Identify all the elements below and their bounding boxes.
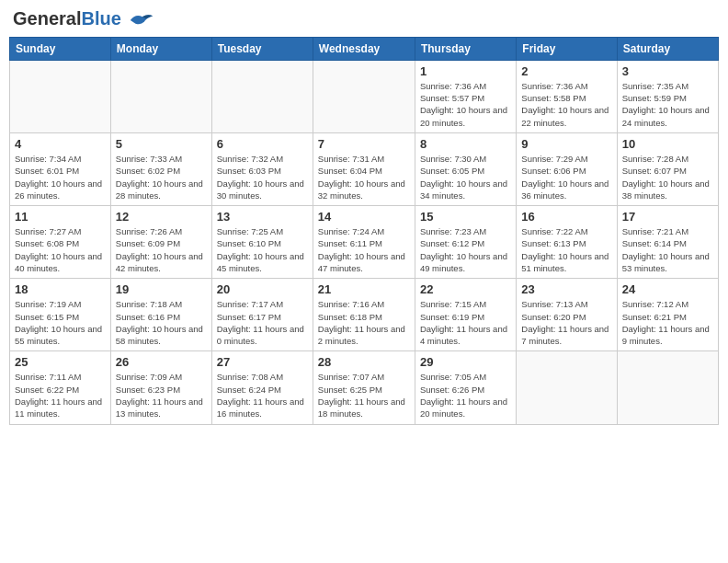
calendar-cell bbox=[110, 60, 211, 132]
day-info: Sunrise: 7:22 AMSunset: 6:13 PMDaylight:… bbox=[521, 225, 611, 274]
day-number: 2 bbox=[521, 64, 611, 78]
day-number: 13 bbox=[217, 210, 308, 224]
day-info: Sunrise: 7:26 AMSunset: 6:09 PMDaylight:… bbox=[116, 225, 207, 274]
calendar-cell: 9Sunrise: 7:29 AMSunset: 6:06 PMDaylight… bbox=[517, 132, 617, 205]
day-info: Sunrise: 7:29 AMSunset: 6:06 PMDaylight:… bbox=[521, 153, 611, 201]
day-info: Sunrise: 7:27 AMSunset: 6:08 PMDaylight:… bbox=[15, 225, 106, 274]
day-info: Sunrise: 7:05 AMSunset: 6:26 PMDaylight:… bbox=[420, 371, 511, 419]
logo: GeneralBlue bbox=[13, 9, 154, 29]
calendar-cell: 13Sunrise: 7:25 AMSunset: 6:10 PMDayligh… bbox=[211, 206, 313, 279]
day-number: 23 bbox=[521, 282, 611, 296]
day-info: Sunrise: 7:16 AMSunset: 6:18 PMDaylight:… bbox=[318, 298, 410, 347]
calendar-cell: 18Sunrise: 7:19 AMSunset: 6:15 PMDayligh… bbox=[10, 279, 111, 351]
day-number: 14 bbox=[318, 210, 410, 224]
calendar-cell bbox=[313, 60, 415, 132]
day-number: 24 bbox=[622, 282, 713, 296]
calendar-cell: 6Sunrise: 7:32 AMSunset: 6:03 PMDaylight… bbox=[211, 132, 313, 205]
calendar-cell: 16Sunrise: 7:22 AMSunset: 6:13 PMDayligh… bbox=[517, 206, 617, 279]
day-number: 5 bbox=[116, 137, 207, 151]
logo-text: GeneralBlue bbox=[13, 9, 154, 29]
day-number: 17 bbox=[622, 210, 713, 224]
calendar-week-3: 11Sunrise: 7:27 AMSunset: 6:08 PMDayligh… bbox=[10, 206, 719, 279]
calendar-cell: 7Sunrise: 7:31 AMSunset: 6:04 PMDaylight… bbox=[313, 132, 415, 205]
calendar-cell: 15Sunrise: 7:23 AMSunset: 6:12 PMDayligh… bbox=[415, 206, 516, 279]
calendar-cell: 29Sunrise: 7:05 AMSunset: 6:26 PMDayligh… bbox=[415, 351, 516, 424]
day-number: 25 bbox=[15, 355, 106, 369]
day-info: Sunrise: 7:07 AMSunset: 6:25 PMDaylight:… bbox=[318, 371, 410, 419]
calendar-week-4: 18Sunrise: 7:19 AMSunset: 6:15 PMDayligh… bbox=[10, 279, 719, 351]
day-number: 27 bbox=[217, 355, 308, 369]
column-header-sunday: Sunday bbox=[10, 37, 111, 60]
day-info: Sunrise: 7:18 AMSunset: 6:16 PMDaylight:… bbox=[116, 298, 207, 347]
day-number: 3 bbox=[622, 64, 713, 78]
calendar-cell: 25Sunrise: 7:11 AMSunset: 6:22 PMDayligh… bbox=[10, 351, 111, 424]
column-header-wednesday: Wednesday bbox=[313, 37, 415, 60]
calendar-cell bbox=[617, 351, 718, 424]
day-info: Sunrise: 7:35 AMSunset: 5:59 PMDaylight:… bbox=[622, 80, 713, 129]
day-info: Sunrise: 7:13 AMSunset: 6:20 PMDaylight:… bbox=[521, 298, 611, 347]
calendar-cell: 19Sunrise: 7:18 AMSunset: 6:16 PMDayligh… bbox=[110, 279, 211, 351]
column-header-monday: Monday bbox=[110, 37, 211, 60]
day-info: Sunrise: 7:36 AMSunset: 5:58 PMDaylight:… bbox=[521, 80, 611, 129]
day-info: Sunrise: 7:08 AMSunset: 6:24 PMDaylight:… bbox=[217, 371, 308, 419]
calendar-cell: 27Sunrise: 7:08 AMSunset: 6:24 PMDayligh… bbox=[211, 351, 313, 424]
calendar-cell: 28Sunrise: 7:07 AMSunset: 6:25 PMDayligh… bbox=[313, 351, 415, 424]
day-number: 22 bbox=[420, 282, 511, 296]
day-number: 9 bbox=[521, 137, 611, 151]
day-info: Sunrise: 7:24 AMSunset: 6:11 PMDaylight:… bbox=[318, 225, 410, 274]
day-info: Sunrise: 7:25 AMSunset: 6:10 PMDaylight:… bbox=[217, 225, 308, 274]
day-number: 15 bbox=[420, 210, 511, 224]
day-number: 26 bbox=[116, 355, 207, 369]
calendar-cell bbox=[211, 60, 313, 132]
day-info: Sunrise: 7:34 AMSunset: 6:01 PMDaylight:… bbox=[15, 153, 106, 201]
day-info: Sunrise: 7:33 AMSunset: 6:02 PMDaylight:… bbox=[116, 153, 207, 201]
day-number: 8 bbox=[420, 137, 511, 151]
day-number: 12 bbox=[116, 210, 207, 224]
day-info: Sunrise: 7:32 AMSunset: 6:03 PMDaylight:… bbox=[217, 153, 308, 201]
day-number: 7 bbox=[318, 137, 410, 151]
column-header-thursday: Thursday bbox=[415, 37, 516, 60]
day-info: Sunrise: 7:31 AMSunset: 6:04 PMDaylight:… bbox=[318, 153, 410, 201]
calendar-week-2: 4Sunrise: 7:34 AMSunset: 6:01 PMDaylight… bbox=[10, 132, 719, 205]
day-number: 19 bbox=[116, 282, 207, 296]
calendar-cell: 5Sunrise: 7:33 AMSunset: 6:02 PMDaylight… bbox=[110, 132, 211, 205]
calendar-cell: 4Sunrise: 7:34 AMSunset: 6:01 PMDaylight… bbox=[10, 132, 111, 205]
day-number: 28 bbox=[318, 355, 410, 369]
day-number: 20 bbox=[217, 282, 308, 296]
calendar-cell: 11Sunrise: 7:27 AMSunset: 6:08 PMDayligh… bbox=[10, 206, 111, 279]
calendar-cell: 14Sunrise: 7:24 AMSunset: 6:11 PMDayligh… bbox=[313, 206, 415, 279]
day-info: Sunrise: 7:36 AMSunset: 5:57 PMDaylight:… bbox=[420, 80, 511, 129]
day-number: 18 bbox=[15, 282, 106, 296]
day-number: 16 bbox=[521, 210, 611, 224]
calendar-table: SundayMondayTuesdayWednesdayThursdayFrid… bbox=[9, 37, 719, 425]
column-header-friday: Friday bbox=[517, 37, 617, 60]
calendar-cell: 3Sunrise: 7:35 AMSunset: 5:59 PMDaylight… bbox=[617, 60, 718, 132]
calendar-week-1: 1Sunrise: 7:36 AMSunset: 5:57 PMDaylight… bbox=[10, 60, 719, 132]
day-number: 1 bbox=[420, 64, 511, 78]
day-info: Sunrise: 7:19 AMSunset: 6:15 PMDaylight:… bbox=[15, 298, 106, 347]
day-info: Sunrise: 7:23 AMSunset: 6:12 PMDaylight:… bbox=[420, 225, 511, 274]
day-number: 4 bbox=[15, 137, 106, 151]
calendar-cell: 21Sunrise: 7:16 AMSunset: 6:18 PMDayligh… bbox=[313, 279, 415, 351]
calendar-cell: 22Sunrise: 7:15 AMSunset: 6:19 PMDayligh… bbox=[415, 279, 516, 351]
calendar-week-5: 25Sunrise: 7:11 AMSunset: 6:22 PMDayligh… bbox=[10, 351, 719, 424]
calendar-cell bbox=[517, 351, 617, 424]
day-info: Sunrise: 7:30 AMSunset: 6:05 PMDaylight:… bbox=[420, 153, 511, 201]
calendar-cell: 8Sunrise: 7:30 AMSunset: 6:05 PMDaylight… bbox=[415, 132, 516, 205]
column-header-saturday: Saturday bbox=[617, 37, 718, 60]
day-info: Sunrise: 7:11 AMSunset: 6:22 PMDaylight:… bbox=[15, 371, 106, 419]
day-info: Sunrise: 7:15 AMSunset: 6:19 PMDaylight:… bbox=[420, 298, 511, 347]
day-info: Sunrise: 7:09 AMSunset: 6:23 PMDaylight:… bbox=[116, 371, 207, 419]
day-number: 29 bbox=[420, 355, 511, 369]
calendar-cell: 23Sunrise: 7:13 AMSunset: 6:20 PMDayligh… bbox=[517, 279, 617, 351]
day-info: Sunrise: 7:21 AMSunset: 6:14 PMDaylight:… bbox=[622, 225, 713, 274]
day-info: Sunrise: 7:12 AMSunset: 6:21 PMDaylight:… bbox=[622, 298, 713, 347]
calendar-cell: 2Sunrise: 7:36 AMSunset: 5:58 PMDaylight… bbox=[517, 60, 617, 132]
calendar-cell: 20Sunrise: 7:17 AMSunset: 6:17 PMDayligh… bbox=[211, 279, 313, 351]
calendar-cell: 17Sunrise: 7:21 AMSunset: 6:14 PMDayligh… bbox=[617, 206, 718, 279]
calendar-cell bbox=[10, 60, 111, 132]
calendar-cell: 12Sunrise: 7:26 AMSunset: 6:09 PMDayligh… bbox=[110, 206, 211, 279]
day-number: 10 bbox=[622, 137, 713, 151]
calendar-cell: 1Sunrise: 7:36 AMSunset: 5:57 PMDaylight… bbox=[415, 60, 516, 132]
day-info: Sunrise: 7:28 AMSunset: 6:07 PMDaylight:… bbox=[622, 153, 713, 201]
